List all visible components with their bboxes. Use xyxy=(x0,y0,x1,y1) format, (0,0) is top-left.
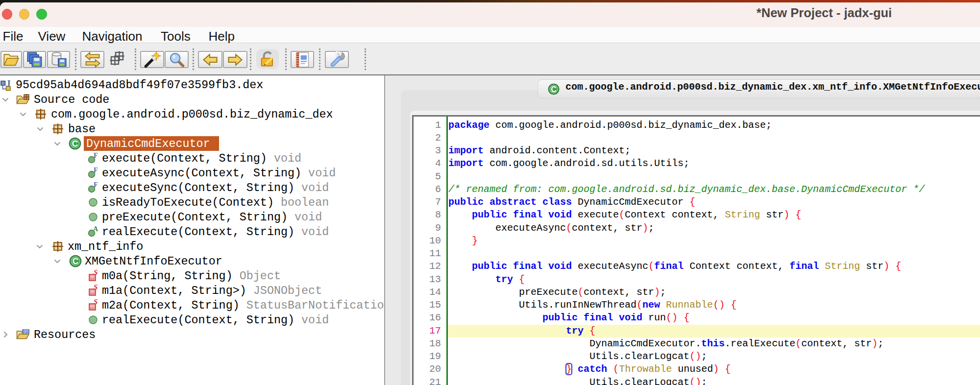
svg-text:A: A xyxy=(93,226,98,233)
svg-text:C: C xyxy=(73,257,78,266)
svg-text:C: C xyxy=(72,139,78,148)
svg-text:S: S xyxy=(94,270,98,276)
svg-text:F: F xyxy=(94,167,98,174)
svg-text:F: F xyxy=(94,152,98,159)
svg-text:S: S xyxy=(94,299,98,306)
svg-text:010: 010 xyxy=(23,329,29,334)
svg-text:F: F xyxy=(94,182,98,189)
svg-text:J: J xyxy=(6,80,11,89)
svg-text:C: C xyxy=(551,85,556,93)
svg-text:S: S xyxy=(94,285,98,291)
